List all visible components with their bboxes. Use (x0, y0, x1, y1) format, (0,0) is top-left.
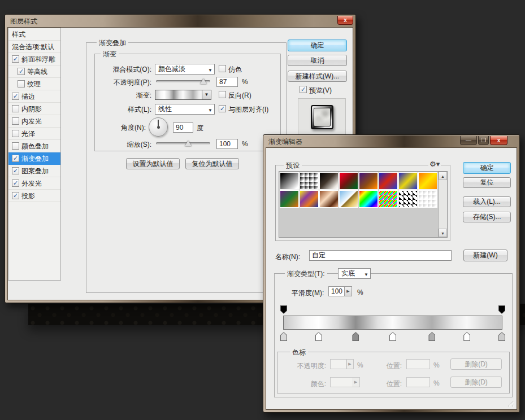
presets-title: 预设 (284, 161, 302, 170)
opacity-slider-thumb[interactable] (200, 78, 207, 84)
style-list-item[interactable]: 颜色叠加 (8, 140, 60, 152)
save-button[interactable]: 存储(S)... (463, 212, 511, 222)
gradient-editor-titlebar[interactable]: 渐变编辑器 — ❐ x (263, 135, 519, 147)
gradient-preset-blue-red-blue[interactable] (379, 172, 398, 190)
stop-color-label: 颜色: (293, 379, 326, 389)
set-default-button[interactable]: 设置为默认值 (126, 158, 180, 169)
effect-checkbox[interactable]: ✓ (12, 55, 19, 63)
gradient-preset-copper[interactable] (319, 190, 339, 208)
cancel-button[interactable]: 取消 (288, 55, 347, 66)
chevron-down-icon[interactable]: ▼ (202, 90, 211, 99)
gradient-preview[interactable]: ▼ (155, 90, 211, 100)
gradient-preset-orange-yellow-orange[interactable] (418, 172, 437, 190)
style-list-item[interactable]: 样式 (8, 28, 60, 41)
chevron-down-icon: ▼ (208, 106, 212, 115)
effect-checkbox[interactable]: ✓ (12, 180, 19, 187)
effect-checkbox[interactable]: ✓ (18, 68, 25, 75)
close-icon[interactable]: x (490, 136, 507, 145)
style-list-item[interactable]: 光泽 (8, 128, 60, 140)
minimize-icon[interactable]: — (460, 136, 477, 145)
style-list-item[interactable]: ✓描边 (8, 90, 60, 103)
blend-mode-select[interactable]: 颜色减淡 ▼ (155, 64, 215, 75)
color-stop[interactable] (389, 332, 396, 341)
style-list-item[interactable]: ✓斜面和浮雕 (8, 53, 60, 65)
angle-dial[interactable] (149, 117, 168, 137)
align-checkbox[interactable]: ✓ (219, 105, 226, 112)
name-input[interactable] (309, 250, 452, 261)
style-list-item[interactable]: ✓图案叠加 (8, 165, 60, 177)
layer-style-titlebar[interactable]: 图层样式 x (5, 15, 355, 27)
gradient-preset-neutral-density[interactable] (418, 190, 437, 208)
gradient-preset-fg-to-bg[interactable] (280, 172, 299, 190)
new-gradient-button[interactable]: 新建(W) (463, 250, 507, 261)
effect-checkbox[interactable] (18, 80, 25, 88)
scale-value-field[interactable]: 100 (216, 139, 238, 149)
effect-checkbox[interactable]: ✓ (12, 93, 19, 100)
effect-checkbox[interactable] (12, 105, 19, 112)
gradient-preset-transparent-rainbow[interactable] (379, 190, 398, 208)
smoothness-spinner[interactable]: 100 ▶ (328, 286, 352, 296)
color-stop[interactable] (498, 332, 505, 341)
new-style-button[interactable]: 新建样式(W)... (288, 71, 347, 82)
ok-button[interactable]: 确定 (288, 40, 347, 51)
effect-checkbox[interactable] (12, 142, 19, 150)
angle-unit: 度 (197, 124, 203, 133)
dither-checkbox[interactable] (219, 65, 226, 72)
effect-checkbox[interactable]: ✓ (12, 192, 19, 199)
color-stop[interactable] (352, 332, 359, 341)
style-list-item[interactable]: 内阴影 (8, 103, 60, 115)
gradient-type-select[interactable]: 实底 ▼ (338, 268, 371, 279)
gradient-bar[interactable] (283, 316, 502, 330)
angle-value-field[interactable]: 90 (173, 123, 193, 133)
opacity-value-field[interactable]: 87 (216, 77, 238, 87)
gradient-preset-yellow-violet-orange-blue[interactable] (300, 190, 319, 208)
spinner-arrow-icon[interactable]: ▶ (344, 287, 352, 296)
style-list-item[interactable]: ✓渐变叠加 (8, 152, 60, 165)
effect-checkbox[interactable]: ✓ (12, 167, 19, 174)
gradient-preset-blue-yellow-blue[interactable] (398, 172, 418, 190)
style-list-item[interactable]: ✓投影 (8, 190, 60, 202)
load-button[interactable]: 载入(L)... (463, 196, 511, 207)
reset-default-button[interactable]: 复位为默认值 (185, 158, 239, 169)
color-stop[interactable] (428, 332, 435, 341)
gradient-preset-red-green[interactable] (339, 172, 358, 190)
color-stop[interactable] (463, 332, 470, 341)
scroll-down-icon[interactable]: ▼ (439, 229, 447, 237)
gear-icon[interactable]: ⚙▾ (428, 160, 441, 168)
style-list-item[interactable]: ✓等高线 (8, 65, 60, 78)
gradient-preset-transparent-stripes[interactable] (398, 190, 418, 208)
scale-slider-thumb[interactable] (185, 141, 192, 146)
preview-checkbox[interactable]: ✓ (300, 86, 307, 93)
reset-button[interactable]: 复位 (463, 177, 511, 188)
gradient-preset-spectrum[interactable] (359, 190, 378, 208)
gradient-preset-fg-to-transparent[interactable] (300, 172, 319, 190)
maximize-icon[interactable]: ❐ (478, 136, 489, 145)
scroll-up-icon[interactable]: ▲ (439, 172, 447, 180)
gradient-preset-black-white[interactable] (319, 172, 339, 190)
opacity-stop[interactable] (280, 305, 287, 314)
color-stop[interactable] (280, 332, 287, 341)
reverse-checkbox[interactable] (219, 91, 226, 98)
style-list-item[interactable]: 混合选项:默认 (8, 41, 60, 53)
style-list-item[interactable]: 纹理 (8, 78, 60, 90)
delete-color-stop-button: 删除(D) (450, 377, 502, 388)
name-label: 名称(N): (275, 252, 300, 262)
effect-checkbox[interactable] (12, 130, 19, 137)
effect-checkbox[interactable] (12, 117, 19, 125)
gradient-preset-violet-orange[interactable] (359, 172, 378, 190)
style-list-label: 描边 (21, 93, 35, 100)
resize-grip[interactable] (507, 400, 514, 406)
gradient-preset-chrome[interactable] (339, 190, 358, 208)
color-stop[interactable] (315, 332, 322, 341)
style-list-item[interactable]: 内发光 (8, 115, 60, 128)
gradient-preset-violet-green-orange[interactable] (280, 190, 299, 208)
effect-checkbox[interactable]: ✓ (12, 155, 19, 162)
presets-scrollbar[interactable]: ▲ ▼ (438, 172, 447, 237)
ok-button[interactable]: 确定 (463, 162, 511, 174)
scale-slider[interactable] (156, 142, 210, 145)
style-select[interactable]: 线性 ▼ (155, 104, 215, 115)
close-icon[interactable]: x (337, 16, 353, 25)
opacity-stop[interactable] (498, 305, 505, 314)
style-list-item[interactable]: ✓外发光 (8, 177, 60, 190)
opacity-slider[interactable] (156, 80, 210, 82)
